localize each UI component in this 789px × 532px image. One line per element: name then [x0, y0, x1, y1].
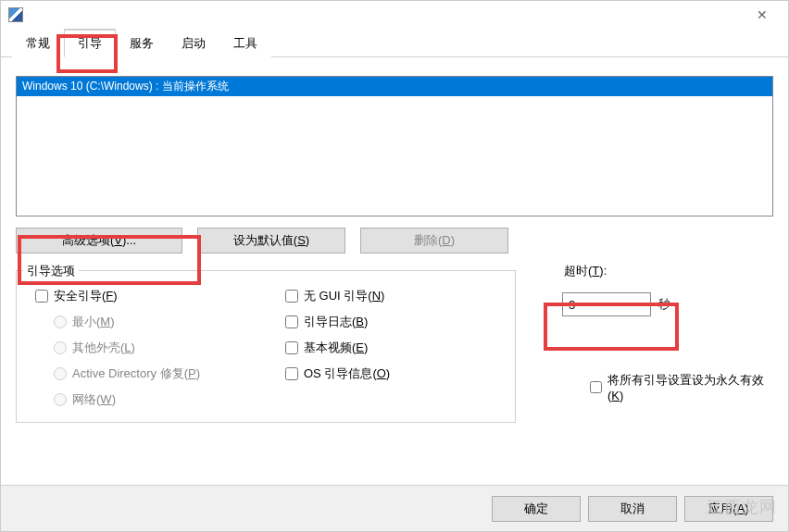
label-part: 删除( — [414, 233, 442, 247]
label-part: 设为默认值( — [233, 233, 297, 247]
label-part: ) — [386, 366, 390, 380]
permanent-input[interactable] — [590, 372, 602, 402]
boot-options-region: 引导选项 安全引导(F) 最小(M) 其他外壳(L) — [16, 270, 773, 427]
label-part: ) — [306, 233, 309, 247]
boot-list-item-selected[interactable]: Windows 10 (C:\Windows) : 当前操作系统 — [17, 77, 772, 96]
basevideo-input[interactable] — [285, 341, 298, 354]
cancel-button[interactable]: 取消 — [588, 496, 677, 522]
label-part: 网络( — [72, 392, 100, 406]
label-part: 其他外壳( — [72, 340, 124, 354]
dialog-buttons: 确定 取消 应用(A) — [1, 485, 788, 531]
label-underline: S — [297, 233, 306, 247]
tab-bar: 常规 引导 服务 启动 工具 — [1, 29, 788, 57]
label-underline: B — [356, 315, 364, 328]
bootlog-checkbox[interactable]: 引导日志(B) — [285, 314, 496, 330]
label-part: 将所有引导设置设为永久有效 — [607, 373, 764, 387]
label-underline: O — [377, 366, 386, 380]
tab-services[interactable]: 服务 — [116, 29, 168, 57]
label-part: ) — [381, 289, 384, 303]
safeboot-input[interactable] — [35, 290, 48, 303]
label-underline: E — [356, 340, 364, 354]
timeout-input[interactable] — [562, 292, 651, 316]
advanced-options-button[interactable]: 高级选项(V)... — [16, 228, 182, 254]
label-part: ) — [196, 366, 200, 380]
minimal-input — [54, 315, 67, 328]
label-underline: P — [188, 366, 196, 380]
label-part: 引导日志( — [304, 315, 356, 328]
tab-content: Windows 10 (C:\Windows) : 当前操作系统 高级选项(V)… — [1, 57, 788, 439]
boot-list[interactable]: Windows 10 (C:\Windows) : 当前操作系统 — [16, 76, 773, 217]
watermark: 江西龙网 — [707, 496, 777, 518]
boot-options-legend: 引导选项 — [23, 263, 79, 279]
timeout-group: 超时(T): 秒 — [562, 263, 670, 316]
app-icon — [8, 7, 23, 22]
label-part: Active Directory 修复( — [72, 366, 188, 380]
tab-startup[interactable]: 启动 — [168, 29, 219, 57]
label-part: 无 GUI 引导( — [304, 289, 372, 303]
label-part: OS 引导信息( — [304, 366, 377, 380]
titlebar: ✕ — [1, 1, 788, 29]
label-part: ) — [112, 392, 116, 406]
label-part: ): — [599, 264, 607, 278]
label-part: 安全引导( — [54, 289, 106, 303]
label-part: ) — [364, 315, 368, 328]
label-underline: W — [100, 392, 111, 406]
nogui-input[interactable] — [285, 290, 298, 303]
label-part: 超时( — [564, 264, 592, 278]
tab-boot[interactable]: 引导 — [64, 29, 116, 57]
ad-repair-radio: Active Directory 修复(P) — [54, 365, 285, 382]
label-part: )... — [122, 233, 136, 247]
timeout-seconds-label: 秒 — [658, 296, 670, 313]
boot-button-row: 高级选项(V)... 设为默认值(S) 删除(D) — [16, 228, 773, 254]
label-part: 最小( — [72, 315, 100, 328]
osinfo-input[interactable] — [285, 367, 298, 380]
ok-button[interactable]: 确定 — [492, 496, 581, 522]
basevideo-checkbox[interactable]: 基本视频(E) — [285, 340, 496, 356]
altshell-input — [54, 341, 67, 354]
label-part: ) — [364, 340, 368, 354]
altshell-radio: 其他外壳(L) — [54, 340, 285, 356]
label-part: 高级选项( — [62, 233, 114, 247]
bootlog-input[interactable] — [285, 315, 298, 328]
minimal-radio: 最小(M) — [54, 314, 285, 330]
label-part: 基本视频( — [304, 340, 356, 354]
permanent-checkbox[interactable]: 将所有引导设置设为永久有效 (K) — [590, 372, 784, 402]
boot-options-group: 引导选项 安全引导(F) 最小(M) 其他外壳(L) — [16, 270, 516, 423]
tab-general[interactable]: 常规 — [12, 29, 64, 57]
label-underline: K — [611, 389, 620, 402]
network-input — [54, 393, 67, 406]
nogui-checkbox[interactable]: 无 GUI 引导(N) — [285, 288, 496, 304]
timeout-label: 超时(T): — [562, 264, 608, 278]
label-part: ) — [451, 233, 455, 247]
ad-repair-input — [54, 367, 67, 380]
delete-button: 删除(D) — [360, 228, 508, 254]
label-part: ) — [132, 340, 135, 354]
set-default-button[interactable]: 设为默认值(S) — [197, 228, 345, 254]
network-radio: 网络(W) — [54, 391, 285, 408]
label-part: ) — [113, 289, 117, 303]
label-underline: D — [442, 233, 450, 247]
label-underline: N — [372, 289, 381, 303]
close-button[interactable]: ✕ — [744, 2, 781, 28]
safeboot-checkbox[interactable]: 安全引导(F) — [35, 288, 285, 304]
label-part: ) — [110, 315, 114, 328]
label-underline: L — [124, 340, 131, 354]
tab-tools[interactable]: 工具 — [219, 29, 271, 57]
label-underline: V — [114, 233, 122, 247]
osinfo-checkbox[interactable]: OS 引导信息(O) — [285, 365, 496, 382]
label-part: ) — [620, 389, 623, 402]
label-underline: M — [100, 315, 110, 328]
